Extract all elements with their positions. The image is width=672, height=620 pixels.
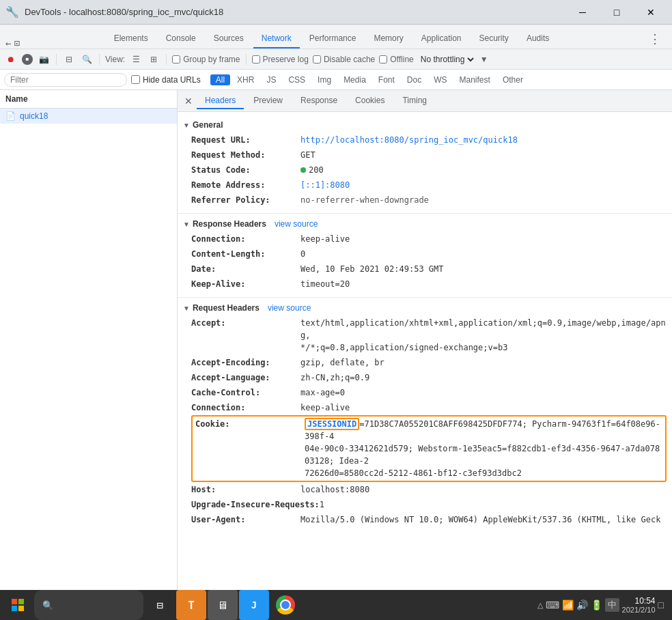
divider-general — [178, 213, 672, 214]
back-icon[interactable]: ← — [5, 38, 11, 48]
field-value-content-length: 0 — [300, 248, 305, 260]
general-section-body: Request URL: http://localhost:8080/sprin… — [178, 132, 672, 210]
field-cookie: Cookie: JSESSIONID=71D38C7A055201C8AFF69… — [191, 415, 667, 482]
filter-manifest[interactable]: Manifest — [454, 74, 496, 85]
field-accept-encoding: Accept-Encoding: gzip, deflate, br — [191, 355, 667, 370]
record-button[interactable]: ⏺ — [4, 53, 18, 66]
field-keep-alive: Keep-Alive: timeout=20 — [191, 277, 667, 292]
field-name-accept-encoding: Accept-Encoding: — [191, 356, 300, 369]
tab-memory[interactable]: Memory — [365, 29, 411, 48]
filter-other[interactable]: Other — [497, 74, 529, 85]
request-headers-view-source-link[interactable]: view source — [268, 303, 311, 313]
more-tabs-button[interactable]: ⋮ — [643, 29, 667, 48]
request-item-quick18[interactable]: 📄 quick18 — [0, 109, 177, 124]
tab-performance[interactable]: Performance — [301, 29, 365, 48]
offline-checkbox[interactable]: Offline — [379, 55, 413, 64]
taskbar-battery-icon[interactable]: 🔋 — [591, 600, 602, 610]
detail-tab-response[interactable]: Response — [292, 93, 346, 109]
field-value-request-method: GET — [300, 149, 316, 161]
general-section-header[interactable]: ▼ General — [178, 117, 672, 132]
detail-tab-headers[interactable]: Headers — [197, 93, 244, 109]
taskbar-app-monitor[interactable]: 🖥 — [208, 590, 238, 620]
filter-button[interactable]: ⊟ — [62, 53, 76, 66]
response-headers-view-source-link[interactable]: view source — [275, 219, 318, 229]
detail-close-button[interactable]: ✕ — [182, 94, 195, 108]
tab-security[interactable]: Security — [471, 29, 517, 48]
throttling-select[interactable]: No throttling Fast 3G Slow 3G — [418, 54, 476, 65]
taskbar-ime-icon[interactable]: 中 — [605, 598, 619, 612]
taskbar-time[interactable]: 10:54 2021/2/10 — [622, 596, 656, 614]
general-title: General — [193, 120, 223, 130]
maximize-button[interactable]: □ — [601, 2, 632, 23]
taskbar-notification-icon[interactable]: □ — [658, 600, 664, 610]
filter-js[interactable]: JS — [261, 74, 281, 85]
search-taskbar-button[interactable]: 🔍 — [34, 590, 143, 620]
tab-application[interactable]: Application — [413, 29, 470, 48]
divider-4 — [246, 54, 247, 65]
taskbar-up-icon[interactable]: △ — [537, 601, 543, 610]
field-accept: Accept: text/html,application/xhtml+xml,… — [191, 315, 667, 355]
detail-tabs: ✕ Headers Preview Response Cookies Timin… — [178, 90, 672, 112]
taskbar-network-icon[interactable]: 📶 — [562, 600, 574, 610]
left-panel: Name 📄 quick18 — [0, 90, 178, 601]
field-upgrade-insecure: Upgrade-Insecure-Requests: 1 — [191, 497, 667, 512]
field-name-date: Date: — [191, 263, 300, 275]
filter-xhr[interactable]: XHR — [232, 74, 260, 85]
search-button[interactable]: 🔍 — [80, 53, 94, 66]
field-value-accept: text/html,application/xhtml+xml,applicat… — [300, 317, 667, 354]
taskbar-app-t-label: T — [188, 599, 195, 612]
response-headers-section-header[interactable]: ▼ Response Headers view source — [178, 216, 672, 231]
titlebar-controls: ─ □ ✕ — [567, 2, 667, 23]
field-name-status-code: Status Code: — [191, 164, 300, 176]
filter-img[interactable]: Img — [312, 74, 337, 85]
tab-elements[interactable]: Elements — [106, 29, 156, 48]
close-button[interactable]: ✕ — [635, 2, 667, 23]
svg-rect-2 — [12, 606, 17, 611]
view-grid-button[interactable]: ⊞ — [147, 53, 160, 66]
forward-icon[interactable]: ⊡ — [14, 38, 19, 48]
taskbar-volume-icon[interactable]: 🔊 — [576, 600, 588, 610]
hide-data-urls-checkbox[interactable]: Hide data URLs — [131, 75, 201, 85]
response-headers-body: Connection: keep-alive Content-Length: 0… — [178, 231, 672, 294]
filter-media[interactable]: Media — [338, 74, 372, 85]
filter-all[interactable]: All — [210, 74, 230, 85]
field-value-cookie: JSESSIONID=71D38C7A055201C8AFF698425DFDF… — [305, 418, 662, 479]
stop-button[interactable]: ■ — [22, 54, 33, 65]
view-label: View: — [105, 55, 125, 64]
detail-tab-timing[interactable]: Timing — [394, 93, 435, 109]
minimize-button[interactable]: ─ — [567, 2, 598, 23]
filter-css[interactable]: CSS — [283, 74, 311, 85]
request-headers-section-header[interactable]: ▼ Request Headers view source — [178, 300, 672, 315]
taskbar-app-chrome[interactable] — [270, 590, 300, 620]
detail-tab-preview[interactable]: Preview — [245, 93, 291, 109]
taskbar: 🔍 ⊟ T 🖥 J △ ⌨ 📶 🔊 🔋 中 10:54 2021/2/10 □ — [0, 590, 672, 620]
tab-audits[interactable]: Audits — [518, 29, 557, 48]
field-request-method: Request Method: GET — [191, 147, 667, 163]
response-headers-arrow-icon: ▼ — [183, 221, 190, 228]
screenshot-button[interactable]: 📷 — [37, 53, 51, 66]
field-name-connection: Connection: — [191, 233, 300, 245]
request-item-name: quick18 — [20, 111, 48, 121]
task-view-button[interactable]: ⊟ — [145, 590, 175, 620]
view-list-button[interactable]: ☰ — [129, 53, 143, 66]
taskbar-keyboard-icon[interactable]: ⌨ — [546, 600, 559, 610]
filter-input[interactable] — [4, 73, 127, 87]
divider-3 — [166, 54, 167, 65]
tab-sources[interactable]: Sources — [206, 29, 252, 48]
svg-rect-0 — [12, 599, 17, 604]
filter-ws[interactable]: WS — [428, 74, 452, 85]
filter-doc[interactable]: Doc — [402, 74, 427, 85]
taskbar-app-j[interactable]: J — [239, 590, 269, 620]
group-by-frame-checkbox[interactable]: Group by frame — [172, 55, 240, 64]
tab-network[interactable]: Network — [253, 29, 300, 48]
toolbar: ⏺ ■ 📷 ⊟ 🔍 View: ☰ ⊞ Group by frame Prese… — [0, 49, 672, 70]
start-button[interactable] — [3, 590, 33, 620]
filter-type-buttons: All XHR JS CSS Img Media Font Doc WS Man… — [210, 74, 529, 85]
taskbar-app-t[interactable]: T — [176, 590, 206, 620]
disable-cache-checkbox[interactable]: Disable cache — [313, 55, 375, 64]
filter-font[interactable]: Font — [373, 74, 400, 85]
detail-tab-cookies[interactable]: Cookies — [347, 93, 393, 109]
field-name-cookie: Cookie: — [195, 418, 305, 430]
preserve-log-checkbox[interactable]: Preserve log — [252, 55, 309, 64]
tab-console[interactable]: Console — [158, 29, 204, 48]
